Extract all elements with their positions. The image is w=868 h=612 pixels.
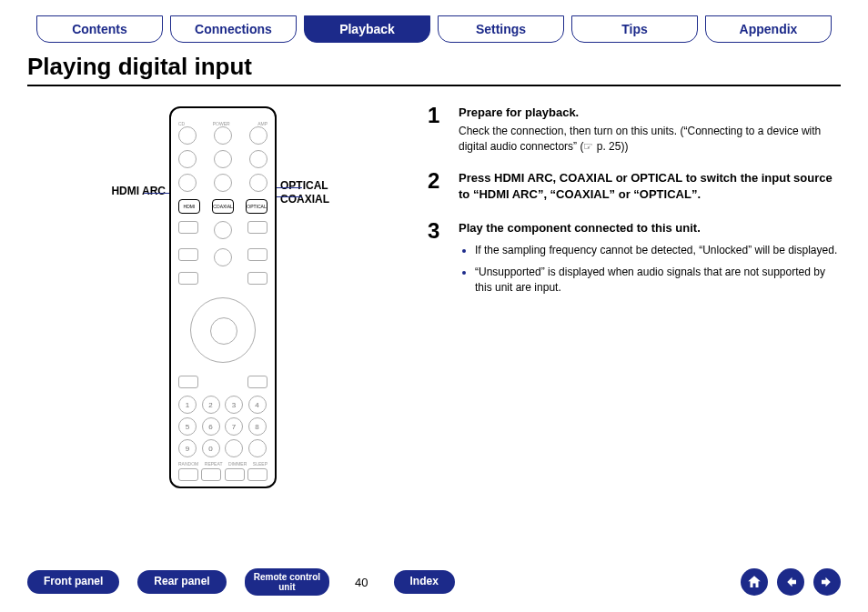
steps-column: 1 Prepare for playback. Check the connec…	[428, 99, 841, 488]
step-3-bullet-1: If the sampling frequency cannot be dete…	[475, 243, 841, 258]
page-title: Playing digital input	[27, 53, 841, 81]
remote-bottom-labels: RANDOMREPEATDIMMERSLEEP	[178, 461, 267, 467]
remote-optical-button: OPTICAL	[246, 199, 267, 214]
title-rule	[27, 85, 841, 86]
page-number: 40	[355, 576, 368, 589]
step-2-title: Press HDMI ARC, COAXIAL or OPTICAL to sw…	[459, 170, 841, 205]
step-number: 3	[428, 220, 446, 301]
step-3: 3 Play the component connected to this u…	[428, 220, 841, 301]
tab-tips[interactable]: Tips	[571, 15, 698, 43]
tab-playback[interactable]: Playback	[304, 15, 430, 43]
callout-optical-coaxial: OPTICAL COAXIAL	[277, 179, 329, 206]
leader-left	[144, 193, 169, 194]
step-number: 1	[428, 105, 446, 156]
callout-optical: OPTICAL	[280, 179, 328, 192]
remote-control-icon: CDPOWERAMP HDMI COAXIAL OPTICAL	[169, 106, 277, 488]
remote-dpad-icon	[190, 297, 256, 363]
tab-appendix[interactable]: Appendix	[705, 15, 832, 43]
footer-remote-control-button[interactable]: Remote control unit	[245, 568, 329, 596]
leader-right-1	[277, 187, 302, 188]
remote-input-row: HDMI COAXIAL OPTICAL	[178, 199, 267, 214]
step-3-title: Play the component connected to this uni…	[459, 220, 841, 237]
tab-connections[interactable]: Connections	[170, 15, 297, 43]
footer-nav: Front panel Rear panel Remote control un…	[27, 568, 841, 596]
footer-nav-icons	[741, 568, 841, 596]
footer-front-panel-button[interactable]: Front panel	[27, 570, 119, 593]
step-1-title: Prepare for playback.	[459, 105, 841, 122]
leader-right-2	[277, 196, 302, 197]
step-3-bullets: If the sampling frequency cannot be dete…	[459, 243, 841, 296]
step-3-bullet-2: “Unsupported” is displayed when audio si…	[475, 265, 841, 296]
top-tabs: Contents Connections Playback Settings T…	[27, 16, 841, 44]
remote-column: HDMI ARC OPTICAL COAXIAL CDPOWERAMP HDMI…	[27, 99, 419, 488]
manual-page: Contents Connections Playback Settings T…	[0, 0, 868, 612]
callout-hdmi-arc: HDMI ARC	[111, 185, 169, 197]
step-number: 2	[428, 170, 446, 206]
tab-settings[interactable]: Settings	[438, 15, 564, 43]
remote-wrap: HDMI ARC OPTICAL COAXIAL CDPOWERAMP HDMI…	[169, 106, 277, 488]
step-1-body: Check the connection, then turn on this …	[459, 124, 841, 156]
step-1: 1 Prepare for playback. Check the connec…	[428, 105, 841, 156]
remote-coaxial-button: COAXIAL	[212, 199, 234, 214]
tab-contents[interactable]: Contents	[36, 15, 163, 43]
prev-arrow-icon[interactable]	[777, 568, 804, 596]
content-area: HDMI ARC OPTICAL COAXIAL CDPOWERAMP HDMI…	[27, 99, 841, 488]
remote-hdmi-button: HDMI	[178, 199, 200, 214]
footer-rear-panel-button[interactable]: Rear panel	[137, 570, 226, 593]
home-icon[interactable]	[741, 568, 768, 596]
callout-coaxial: COAXIAL	[280, 193, 329, 206]
remote-numpad: 1234 5678 90	[178, 396, 267, 457]
footer-index-button[interactable]: Index	[394, 570, 455, 593]
next-arrow-icon[interactable]	[813, 568, 841, 596]
step-2: 2 Press HDMI ARC, COAXIAL or OPTICAL to …	[428, 170, 841, 206]
